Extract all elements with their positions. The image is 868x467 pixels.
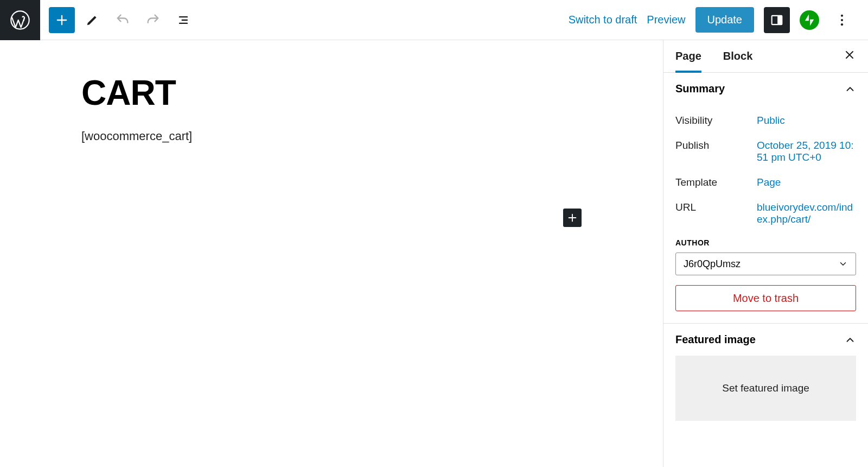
set-featured-image-button[interactable]: Set featured image: [675, 356, 856, 421]
template-label: Template: [675, 176, 757, 188]
template-value[interactable]: Page: [757, 176, 856, 188]
redo-icon[interactable]: [140, 7, 166, 33]
summary-panel: Summary Visibility Public Publish Octobe…: [663, 73, 868, 324]
undo-icon[interactable]: [110, 7, 136, 33]
close-icon[interactable]: [843, 48, 856, 65]
featured-header[interactable]: Featured image: [663, 324, 868, 356]
add-block-inline-button[interactable]: [563, 209, 582, 227]
url-row: URL blueivorydev.com/index.php/cart/: [675, 195, 856, 232]
switch-to-draft-button[interactable]: Switch to draft: [569, 14, 637, 26]
author-select[interactable]: J6r0QpUmsz: [675, 253, 856, 275]
settings-sidebar: Page Block Summary Visibility Public Pub…: [663, 40, 868, 467]
chevron-up-icon: [844, 83, 856, 95]
publish-row: Publish October 25, 2019 10:51 pm UTC+0: [675, 133, 856, 170]
publish-label: Publish: [675, 140, 757, 152]
move-to-trash-button[interactable]: Move to trash: [675, 285, 856, 311]
page-title[interactable]: CART: [81, 73, 582, 113]
summary-title: Summary: [675, 83, 725, 95]
tab-block[interactable]: Block: [723, 40, 752, 72]
visibility-label: Visibility: [675, 115, 757, 127]
tabbar: Page Block: [663, 40, 868, 73]
chevron-down-icon: [838, 259, 848, 269]
add-block-button[interactable]: [49, 7, 75, 33]
topbar: Switch to draft Preview Update: [0, 0, 868, 40]
summary-header[interactable]: Summary: [663, 73, 868, 105]
visibility-row: Visibility Public: [675, 108, 856, 133]
svg-point-4: [841, 18, 843, 21]
svg-point-5: [841, 23, 843, 26]
toolbar-right: Switch to draft Preview Update: [569, 7, 868, 33]
publish-value[interactable]: October 25, 2019 10:51 pm UTC+0: [757, 140, 856, 163]
toolbar-left: [40, 7, 196, 33]
author-value: J6r0QpUmsz: [684, 258, 741, 270]
url-label: URL: [675, 201, 757, 213]
featured-title: Featured image: [675, 333, 756, 346]
edit-icon[interactable]: [79, 7, 105, 33]
url-value[interactable]: blueivorydev.com/index.php/cart/: [757, 201, 856, 225]
document-overview-icon[interactable]: [170, 7, 196, 33]
page-content[interactable]: [woocommerce_cart]: [81, 129, 582, 143]
main: CART [woocommerce_cart] Page Block Summa…: [0, 40, 868, 467]
more-options-icon[interactable]: [829, 7, 855, 33]
featured-image-panel: Featured image Set featured image: [663, 324, 868, 421]
template-row: Template Page: [675, 170, 856, 195]
author-label: AUTHOR: [675, 232, 856, 253]
update-button[interactable]: Update: [695, 7, 755, 33]
tab-page[interactable]: Page: [675, 40, 701, 72]
sidebar-toggle-icon[interactable]: [764, 7, 790, 33]
visibility-value[interactable]: Public: [757, 115, 856, 127]
jetpack-icon[interactable]: [800, 10, 819, 30]
summary-body: Visibility Public Publish October 25, 20…: [663, 105, 868, 323]
editor: CART [woocommerce_cart]: [0, 40, 663, 467]
wordpress-logo[interactable]: [0, 0, 40, 40]
svg-rect-2: [777, 15, 782, 24]
preview-button[interactable]: Preview: [647, 14, 685, 26]
chevron-up-icon: [844, 334, 856, 346]
svg-point-3: [841, 14, 843, 16]
